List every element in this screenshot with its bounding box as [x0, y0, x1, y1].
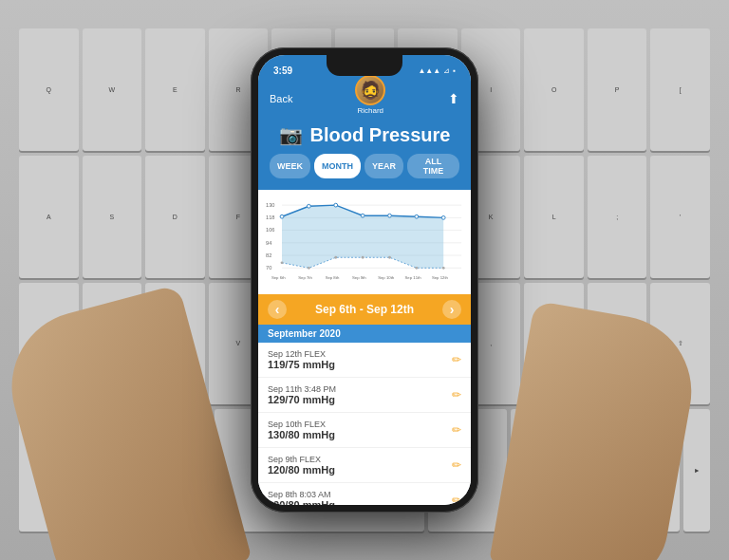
back-button[interactable]: Back	[270, 93, 292, 104]
edit-icon[interactable]: ✏	[452, 353, 461, 366]
signal-icon: ▲▲▲	[418, 66, 440, 75]
chart-point-diastolic	[442, 267, 445, 270]
share-button[interactable]: ⬆	[448, 91, 459, 106]
key: ►	[683, 409, 710, 532]
key: A	[19, 156, 79, 278]
item-date: Sep 11th 3:48 PM	[268, 384, 336, 394]
svg-text:Sep 12th: Sep 12th	[432, 275, 449, 280]
prev-date-button[interactable]: ‹	[268, 300, 287, 319]
item-value: 129/70 mmHg	[268, 394, 336, 405]
svg-text:Sep 9th: Sep 9th	[352, 275, 366, 280]
wifi-icon: ⊿	[443, 66, 450, 75]
key: S	[83, 156, 142, 278]
svg-text:130: 130	[266, 202, 274, 208]
tab-month[interactable]: MONTH	[314, 154, 361, 178]
chart-point	[280, 215, 284, 218]
chart-area: 130 118 106 94 82 70	[258, 190, 471, 294]
month-header: September 2020	[258, 325, 471, 343]
header-section: 📷 Blood Pressure WEEK MONTH YEAR ALL TIM…	[258, 116, 471, 190]
list-item[interactable]: Sep 9th FLEX 120/80 mmHg ✏	[258, 448, 471, 483]
svg-text:82: 82	[266, 252, 271, 258]
item-date: Sep 9th FLEX	[268, 455, 335, 464]
tab-alltime[interactable]: ALL TIME	[407, 154, 459, 178]
list-item[interactable]: Sep 11th 3:48 PM 129/70 mmHg ✏	[258, 378, 471, 413]
svg-text:Sep 10th: Sep 10th	[378, 275, 395, 280]
chart-point	[307, 204, 310, 208]
svg-text:Sep 6th: Sep 6th	[271, 275, 286, 280]
user-name: Richard	[357, 106, 383, 115]
edit-icon[interactable]: ✏	[452, 458, 461, 472]
list-item[interactable]: Sep 10th FLEX 130/80 mmHg ✏	[258, 413, 471, 448]
svg-text:Sep 11th: Sep 11th	[405, 275, 422, 280]
item-info: Sep 9th FLEX 120/80 mmHg	[268, 455, 335, 476]
tab-bar: WEEK MONTH YEAR ALL TIME	[270, 154, 459, 178]
svg-text:Sep 8th: Sep 8th	[326, 275, 340, 280]
nav-bar: Back 🧔 Richard ⬆	[258, 82, 471, 116]
edit-icon[interactable]: ✏	[452, 494, 461, 505]
date-navigator: ‹ Sep 6th - Sep 12th ›	[258, 294, 471, 325]
svg-text:70: 70	[266, 265, 271, 271]
item-value: 119/75 mmHg	[268, 359, 335, 370]
phone-outer: 3:59 ▲▲▲ ⊿ ▪ Back 🧔 Richard	[251, 47, 478, 513]
phone-wrapper: 3:59 ▲▲▲ ⊿ ▪ Back 🧔 Richard	[251, 47, 478, 513]
page-title: Blood Pressure	[310, 124, 451, 146]
chart-point	[388, 214, 392, 217]
svg-text:94: 94	[266, 240, 271, 246]
item-info: Sep 10th FLEX 130/80 mmHg	[268, 420, 335, 440]
chart-point-diastolic	[362, 256, 364, 259]
key: O	[524, 28, 584, 151]
key: E	[145, 28, 205, 151]
status-time: 3:59	[273, 65, 292, 76]
item-value: 130/80 mmHg	[268, 429, 335, 440]
avatar-emoji: 🧔	[360, 80, 381, 101]
chart-point-diastolic	[281, 261, 284, 264]
avatar: 🧔	[355, 75, 385, 105]
readings-list: September 2020 Sep 12th FLEX 119/75 mmHg…	[258, 325, 471, 505]
tab-week[interactable]: WEEK	[270, 154, 310, 178]
item-value: 120/80 mmHg	[268, 499, 335, 505]
chart-point	[441, 215, 445, 219]
chart-point-diastolic	[308, 267, 310, 270]
date-range-label: Sep 6th - Sep 12th	[315, 303, 414, 316]
key: L	[524, 156, 584, 278]
tab-year[interactable]: YEAR	[364, 154, 403, 178]
item-value: 120/80 mmHg	[268, 464, 335, 476]
svg-text:118: 118	[266, 215, 274, 220]
item-info: Sep 8th 8:03 AM 120/80 mmHg	[268, 490, 335, 505]
phone-notch	[327, 55, 402, 76]
next-date-button[interactable]: ›	[442, 300, 461, 319]
edit-icon[interactable]: ✏	[452, 423, 461, 437]
phone-screen: 3:59 ▲▲▲ ⊿ ▪ Back 🧔 Richard	[258, 55, 471, 505]
item-info: Sep 11th 3:48 PM 129/70 mmHg	[268, 384, 336, 405]
item-info: Sep 12th FLEX 119/75 mmHg	[268, 349, 335, 370]
list-item[interactable]: Sep 12th FLEX 119/75 mmHg ✏	[258, 343, 471, 378]
chart-point-diastolic	[415, 267, 418, 270]
item-date: Sep 8th 8:03 AM	[268, 490, 335, 499]
key: ;	[588, 156, 647, 278]
edit-icon[interactable]: ✏	[452, 388, 461, 401]
user-profile[interactable]: 🧔 Richard	[355, 83, 385, 115]
list-item[interactable]: Sep 8th 8:03 AM 120/80 mmHg ✏	[258, 483, 471, 505]
chart-point	[334, 203, 338, 207]
svg-text:106: 106	[266, 227, 274, 233]
scene: Q W E R T Y U I O P [ A S D F G H J K L …	[0, 0, 729, 560]
chart-point	[361, 214, 364, 217]
key: P	[588, 28, 647, 151]
chart-point-diastolic	[388, 256, 391, 259]
key: D	[145, 156, 205, 278]
key: Q	[19, 28, 79, 151]
key: [	[650, 28, 710, 151]
battery-icon: ▪	[453, 66, 456, 75]
key: '	[650, 156, 710, 278]
chart-svg: 130 118 106 94 82 70	[266, 197, 463, 283]
chart-point	[415, 215, 419, 218]
key: W	[83, 28, 142, 151]
chart-point-diastolic	[334, 256, 337, 259]
item-date: Sep 10th FLEX	[268, 420, 335, 429]
status-icons: ▲▲▲ ⊿ ▪	[418, 66, 456, 75]
header-title-row: 📷 Blood Pressure	[279, 123, 451, 146]
svg-text:Sep 7th: Sep 7th	[298, 275, 312, 280]
item-date: Sep 12th FLEX	[268, 349, 335, 359]
blood-pressure-icon: 📷	[279, 123, 303, 146]
